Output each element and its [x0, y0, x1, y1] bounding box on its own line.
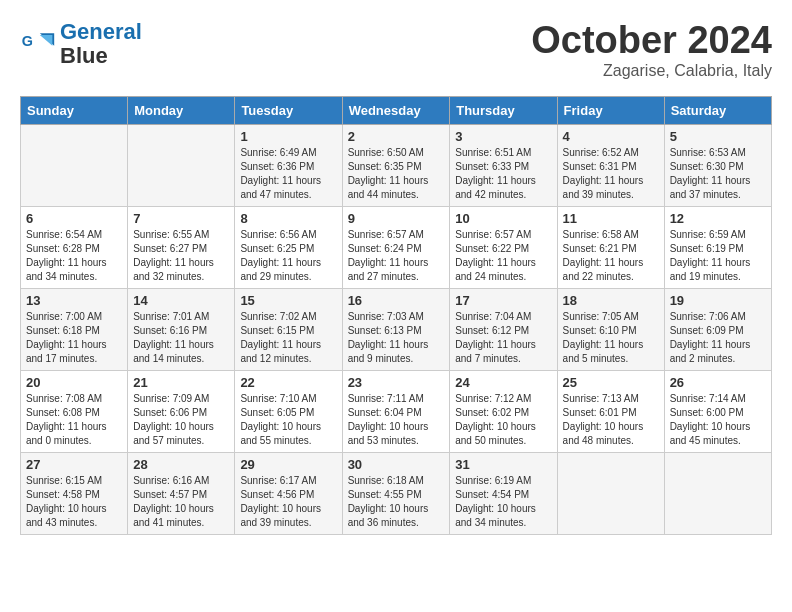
weekday-header-sunday: Sunday	[21, 96, 128, 124]
calendar-table: SundayMondayTuesdayWednesdayThursdayFrid…	[20, 96, 772, 535]
day-number: 7	[133, 211, 229, 226]
day-info: Sunrise: 7:13 AM Sunset: 6:01 PM Dayligh…	[563, 392, 659, 448]
day-info: Sunrise: 7:14 AM Sunset: 6:00 PM Dayligh…	[670, 392, 766, 448]
calendar-cell: 24Sunrise: 7:12 AM Sunset: 6:02 PM Dayli…	[450, 370, 557, 452]
day-number: 17	[455, 293, 551, 308]
calendar-cell: 5Sunrise: 6:53 AM Sunset: 6:30 PM Daylig…	[664, 124, 771, 206]
day-info: Sunrise: 6:16 AM Sunset: 4:57 PM Dayligh…	[133, 474, 229, 530]
day-info: Sunrise: 7:12 AM Sunset: 6:02 PM Dayligh…	[455, 392, 551, 448]
day-number: 18	[563, 293, 659, 308]
calendar-cell: 15Sunrise: 7:02 AM Sunset: 6:15 PM Dayli…	[235, 288, 342, 370]
calendar-cell: 27Sunrise: 6:15 AM Sunset: 4:58 PM Dayli…	[21, 452, 128, 534]
calendar-cell: 1Sunrise: 6:49 AM Sunset: 6:36 PM Daylig…	[235, 124, 342, 206]
weekday-header-wednesday: Wednesday	[342, 96, 450, 124]
day-info: Sunrise: 6:57 AM Sunset: 6:24 PM Dayligh…	[348, 228, 445, 284]
logo-icon: G	[20, 26, 56, 62]
day-number: 9	[348, 211, 445, 226]
day-number: 16	[348, 293, 445, 308]
svg-marker-2	[40, 35, 53, 46]
calendar-cell: 26Sunrise: 7:14 AM Sunset: 6:00 PM Dayli…	[664, 370, 771, 452]
calendar-week-2: 6Sunrise: 6:54 AM Sunset: 6:28 PM Daylig…	[21, 206, 772, 288]
calendar-cell: 21Sunrise: 7:09 AM Sunset: 6:06 PM Dayli…	[128, 370, 235, 452]
day-number: 5	[670, 129, 766, 144]
calendar-header: SundayMondayTuesdayWednesdayThursdayFrid…	[21, 96, 772, 124]
weekday-header-monday: Monday	[128, 96, 235, 124]
calendar-week-4: 20Sunrise: 7:08 AM Sunset: 6:08 PM Dayli…	[21, 370, 772, 452]
day-number: 21	[133, 375, 229, 390]
calendar-cell: 9Sunrise: 6:57 AM Sunset: 6:24 PM Daylig…	[342, 206, 450, 288]
day-number: 24	[455, 375, 551, 390]
day-info: Sunrise: 6:58 AM Sunset: 6:21 PM Dayligh…	[563, 228, 659, 284]
calendar-cell	[128, 124, 235, 206]
day-info: Sunrise: 7:11 AM Sunset: 6:04 PM Dayligh…	[348, 392, 445, 448]
calendar-cell: 4Sunrise: 6:52 AM Sunset: 6:31 PM Daylig…	[557, 124, 664, 206]
day-info: Sunrise: 7:01 AM Sunset: 6:16 PM Dayligh…	[133, 310, 229, 366]
calendar-cell: 29Sunrise: 6:17 AM Sunset: 4:56 PM Dayli…	[235, 452, 342, 534]
calendar-week-5: 27Sunrise: 6:15 AM Sunset: 4:58 PM Dayli…	[21, 452, 772, 534]
calendar-cell: 8Sunrise: 6:56 AM Sunset: 6:25 PM Daylig…	[235, 206, 342, 288]
calendar-cell: 19Sunrise: 7:06 AM Sunset: 6:09 PM Dayli…	[664, 288, 771, 370]
day-info: Sunrise: 6:18 AM Sunset: 4:55 PM Dayligh…	[348, 474, 445, 530]
day-number: 15	[240, 293, 336, 308]
day-info: Sunrise: 7:00 AM Sunset: 6:18 PM Dayligh…	[26, 310, 122, 366]
day-number: 8	[240, 211, 336, 226]
day-info: Sunrise: 6:54 AM Sunset: 6:28 PM Dayligh…	[26, 228, 122, 284]
logo: G General Blue	[20, 20, 142, 68]
calendar-cell: 28Sunrise: 6:16 AM Sunset: 4:57 PM Dayli…	[128, 452, 235, 534]
day-number: 27	[26, 457, 122, 472]
calendar-cell: 14Sunrise: 7:01 AM Sunset: 6:16 PM Dayli…	[128, 288, 235, 370]
day-info: Sunrise: 7:04 AM Sunset: 6:12 PM Dayligh…	[455, 310, 551, 366]
calendar-cell: 20Sunrise: 7:08 AM Sunset: 6:08 PM Dayli…	[21, 370, 128, 452]
day-number: 2	[348, 129, 445, 144]
day-number: 13	[26, 293, 122, 308]
page-header: G General Blue October 2024 Zagarise, Ca…	[20, 20, 772, 80]
day-number: 23	[348, 375, 445, 390]
title-area: October 2024 Zagarise, Calabria, Italy	[531, 20, 772, 80]
day-number: 14	[133, 293, 229, 308]
month-title: October 2024	[531, 20, 772, 62]
day-info: Sunrise: 6:53 AM Sunset: 6:30 PM Dayligh…	[670, 146, 766, 202]
svg-text:G: G	[22, 33, 33, 49]
day-number: 22	[240, 375, 336, 390]
weekday-header-friday: Friday	[557, 96, 664, 124]
day-info: Sunrise: 6:15 AM Sunset: 4:58 PM Dayligh…	[26, 474, 122, 530]
day-number: 30	[348, 457, 445, 472]
day-info: Sunrise: 6:19 AM Sunset: 4:54 PM Dayligh…	[455, 474, 551, 530]
calendar-cell	[664, 452, 771, 534]
calendar-cell	[557, 452, 664, 534]
day-number: 28	[133, 457, 229, 472]
logo-text: General Blue	[60, 20, 142, 68]
calendar-cell: 22Sunrise: 7:10 AM Sunset: 6:05 PM Dayli…	[235, 370, 342, 452]
weekday-header-saturday: Saturday	[664, 96, 771, 124]
day-number: 25	[563, 375, 659, 390]
day-number: 31	[455, 457, 551, 472]
calendar-cell: 13Sunrise: 7:00 AM Sunset: 6:18 PM Dayli…	[21, 288, 128, 370]
calendar-cell: 31Sunrise: 6:19 AM Sunset: 4:54 PM Dayli…	[450, 452, 557, 534]
day-info: Sunrise: 6:56 AM Sunset: 6:25 PM Dayligh…	[240, 228, 336, 284]
weekday-header-thursday: Thursday	[450, 96, 557, 124]
calendar-cell: 7Sunrise: 6:55 AM Sunset: 6:27 PM Daylig…	[128, 206, 235, 288]
calendar-cell: 18Sunrise: 7:05 AM Sunset: 6:10 PM Dayli…	[557, 288, 664, 370]
weekday-header-tuesday: Tuesday	[235, 96, 342, 124]
day-info: Sunrise: 7:08 AM Sunset: 6:08 PM Dayligh…	[26, 392, 122, 448]
calendar-cell: 6Sunrise: 6:54 AM Sunset: 6:28 PM Daylig…	[21, 206, 128, 288]
calendar-cell: 11Sunrise: 6:58 AM Sunset: 6:21 PM Dayli…	[557, 206, 664, 288]
day-info: Sunrise: 6:50 AM Sunset: 6:35 PM Dayligh…	[348, 146, 445, 202]
calendar-cell: 16Sunrise: 7:03 AM Sunset: 6:13 PM Dayli…	[342, 288, 450, 370]
day-info: Sunrise: 6:51 AM Sunset: 6:33 PM Dayligh…	[455, 146, 551, 202]
weekday-header-row: SundayMondayTuesdayWednesdayThursdayFrid…	[21, 96, 772, 124]
day-info: Sunrise: 6:55 AM Sunset: 6:27 PM Dayligh…	[133, 228, 229, 284]
calendar-cell: 3Sunrise: 6:51 AM Sunset: 6:33 PM Daylig…	[450, 124, 557, 206]
day-info: Sunrise: 6:17 AM Sunset: 4:56 PM Dayligh…	[240, 474, 336, 530]
calendar-body: 1Sunrise: 6:49 AM Sunset: 6:36 PM Daylig…	[21, 124, 772, 534]
day-number: 1	[240, 129, 336, 144]
day-number: 26	[670, 375, 766, 390]
day-info: Sunrise: 6:57 AM Sunset: 6:22 PM Dayligh…	[455, 228, 551, 284]
day-number: 19	[670, 293, 766, 308]
location-subtitle: Zagarise, Calabria, Italy	[531, 62, 772, 80]
calendar-cell: 17Sunrise: 7:04 AM Sunset: 6:12 PM Dayli…	[450, 288, 557, 370]
day-info: Sunrise: 7:09 AM Sunset: 6:06 PM Dayligh…	[133, 392, 229, 448]
day-info: Sunrise: 6:49 AM Sunset: 6:36 PM Dayligh…	[240, 146, 336, 202]
calendar-cell: 25Sunrise: 7:13 AM Sunset: 6:01 PM Dayli…	[557, 370, 664, 452]
day-info: Sunrise: 7:10 AM Sunset: 6:05 PM Dayligh…	[240, 392, 336, 448]
